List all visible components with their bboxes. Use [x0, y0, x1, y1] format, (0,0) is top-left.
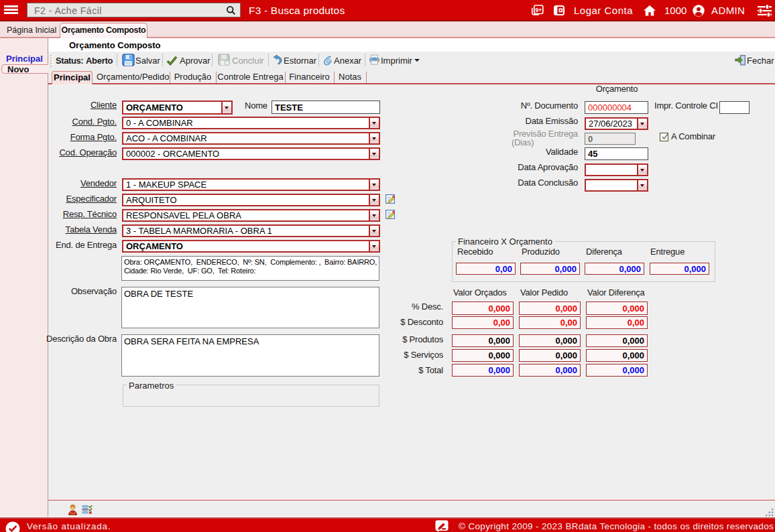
svg-text:9+: 9+ — [535, 7, 542, 13]
